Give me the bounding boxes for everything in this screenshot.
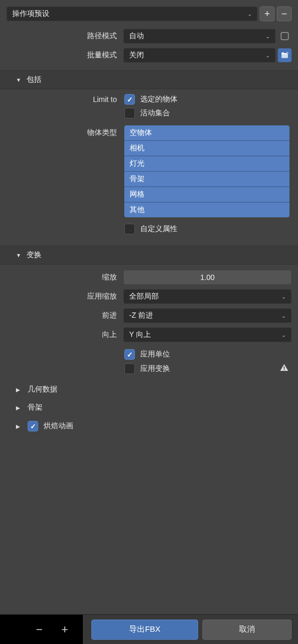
section-armature-header[interactable]: ▶ 骨架 xyxy=(0,399,298,417)
export-fbx-label: 导出FBX xyxy=(129,624,160,634)
object-type-other[interactable]: 其他 xyxy=(124,202,290,217)
object-type-armature[interactable]: 骨架 xyxy=(124,172,290,187)
object-type-mesh[interactable]: 网格 xyxy=(124,187,290,202)
batch-own-dir-toggle[interactable] xyxy=(278,48,292,62)
apply-scale-label: 应用缩放 xyxy=(0,292,121,301)
svg-rect-2 xyxy=(284,367,285,369)
object-type-camera[interactable]: 相机 xyxy=(124,141,290,156)
chevron-down-icon: ⌄ xyxy=(248,11,252,17)
object-types-label: 物体类型 xyxy=(0,125,121,138)
cancel-button[interactable]: 取消 xyxy=(202,620,292,640)
warning-icon xyxy=(277,363,292,375)
chevron-down-icon: ⌄ xyxy=(282,313,286,319)
triangle-right-icon: ▶ xyxy=(16,405,22,411)
export-fbx-button[interactable]: 导出FBX xyxy=(91,620,198,640)
footer-left: − + xyxy=(0,615,83,644)
apply-unit-label: 应用单位 xyxy=(140,350,292,359)
zoom-out-button[interactable]: − xyxy=(32,623,47,637)
triangle-down-icon: ▼ xyxy=(16,252,22,258)
selected-objects-checkbox[interactable] xyxy=(124,94,135,105)
object-type-light[interactable]: 灯光 xyxy=(124,156,290,172)
forward-select[interactable]: -Z 前进 ⌄ xyxy=(123,308,292,323)
section-bake-anim-title: 烘焙动画 xyxy=(44,421,73,431)
batch-mode-value: 关闭 xyxy=(129,50,144,60)
apply-unit-checkbox[interactable] xyxy=(124,349,135,360)
object-type-empty[interactable]: 空物体 xyxy=(124,125,290,141)
custom-props-label: 自定义属性 xyxy=(140,224,292,234)
apply-scale-value: 全部局部 xyxy=(129,292,159,301)
chevron-down-icon: ⌄ xyxy=(266,33,270,39)
section-transform-title: 变换 xyxy=(27,250,41,260)
scale-label: 缩放 xyxy=(0,273,121,282)
batch-mode-label: 批量模式 xyxy=(0,50,121,60)
apply-transform-label: 应用变换 xyxy=(140,364,274,374)
preset-select[interactable]: 操作项预设 ⌄ xyxy=(6,6,258,21)
active-collection-checkbox[interactable] xyxy=(124,108,135,118)
up-value: Y 向上 xyxy=(129,330,151,340)
chevron-down-icon: ⌄ xyxy=(266,53,270,58)
active-collection-label: 活动集合 xyxy=(140,108,292,118)
embed-textures-toggle[interactable] xyxy=(278,29,292,43)
scale-value: 1.00 xyxy=(200,273,215,282)
batch-mode-select[interactable]: 关闭 ⌄ xyxy=(123,48,276,63)
path-mode-select[interactable]: 自动 ⌄ xyxy=(123,29,276,44)
up-select[interactable]: Y 向上 ⌄ xyxy=(123,327,292,342)
chevron-down-icon: ⌄ xyxy=(282,294,286,300)
chevron-down-icon: ⌄ xyxy=(282,332,286,338)
cancel-label: 取消 xyxy=(239,624,255,634)
scale-field[interactable]: 1.00 xyxy=(123,270,292,285)
footer: − + 导出FBX 取消 xyxy=(0,614,298,644)
custom-props-checkbox[interactable] xyxy=(124,224,135,234)
apply-transform-checkbox[interactable] xyxy=(124,363,135,374)
section-include-header[interactable]: ▼ 包括 xyxy=(0,70,298,89)
section-include-title: 包括 xyxy=(27,75,41,84)
up-label: 向上 xyxy=(0,330,121,340)
preset-remove-button[interactable]: − xyxy=(277,6,292,21)
zoom-in-button[interactable]: + xyxy=(57,623,72,637)
triangle-right-icon: ▶ xyxy=(16,387,22,393)
apply-scale-select[interactable]: 全部局部 ⌄ xyxy=(123,289,292,304)
preset-add-button[interactable]: + xyxy=(260,6,275,21)
section-bake-anim-header[interactable]: ▶ 烘焙动画 xyxy=(0,417,298,436)
section-transform-header[interactable]: ▼ 变换 xyxy=(0,245,298,265)
section-geometry-title: 几何数据 xyxy=(28,385,57,394)
path-mode-label: 路径模式 xyxy=(0,31,121,41)
section-armature-title: 骨架 xyxy=(28,403,42,412)
svg-rect-0 xyxy=(281,32,288,40)
preset-label: 操作项预设 xyxy=(12,9,49,19)
path-mode-value: 自动 xyxy=(129,31,144,41)
forward-label: 前进 xyxy=(0,311,121,320)
bake-anim-checkbox[interactable] xyxy=(28,421,38,431)
triangle-down-icon: ▼ xyxy=(16,77,22,83)
svg-rect-3 xyxy=(284,369,285,370)
triangle-right-icon: ▶ xyxy=(16,423,22,429)
limit-to-label: Limit to xyxy=(0,95,121,104)
section-geometry-header[interactable]: ▶ 几何数据 xyxy=(0,380,298,399)
forward-value: -Z 前进 xyxy=(129,311,153,320)
selected-objects-label: 选定的物体 xyxy=(140,95,292,104)
